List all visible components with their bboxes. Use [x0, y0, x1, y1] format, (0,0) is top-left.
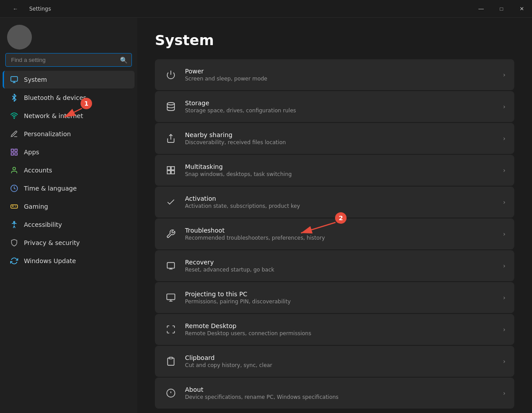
- app-container: 🔍 System Bluetooth & devices Network & i…: [0, 18, 532, 413]
- sidebar-item-time[interactable]: Time & language: [3, 180, 135, 197]
- settings-text-recovery: Recovery Reset, advanced startup, go bac…: [185, 259, 497, 273]
- settings-icon-projecting: [164, 291, 178, 305]
- settings-title-about: About: [185, 386, 497, 393]
- settings-text-clipboard: Clipboard Cut and copy history, sync, cl…: [185, 354, 497, 368]
- svg-rect-4: [11, 153, 13, 155]
- chevron-icon-troubleshoot: ›: [503, 230, 505, 237]
- settings-subtitle-projecting: Permissions, pairing PIN, discoverabilit…: [185, 298, 497, 305]
- settings-icon-recovery: [164, 259, 178, 273]
- settings-text-power: Power Screen and sleep, power mode: [185, 68, 497, 82]
- settings-text-troubleshoot: Troubleshoot Recommended troubleshooters…: [185, 227, 497, 241]
- settings-subtitle-activation: Activation state, subscriptions, product…: [185, 203, 497, 209]
- chevron-icon-projecting: ›: [503, 294, 505, 301]
- settings-icon-nearby-sharing: [164, 131, 178, 145]
- search-container: 🔍: [5, 53, 132, 67]
- main-content: System Power Screen and sleep, power mod…: [137, 18, 532, 413]
- svg-rect-14: [171, 167, 174, 170]
- nav-icon-accessibility: [10, 220, 19, 229]
- nav-icon-bluetooth: [10, 93, 19, 102]
- settings-item-projecting[interactable]: Projecting to this PC Permissions, pairi…: [155, 282, 514, 313]
- nav-label-personalization: Personalization: [24, 130, 71, 138]
- sidebar-item-network[interactable]: Network & internet: [3, 107, 135, 125]
- nav-label-privacy: Privacy & security: [24, 239, 80, 246]
- nav-label-network: Network & internet: [24, 112, 83, 119]
- nav-label-gaming: Gaming: [24, 203, 48, 210]
- nav-label-bluetooth: Bluetooth & devices: [24, 94, 86, 101]
- settings-text-multitasking: Multitasking Snap windows, desktops, tas…: [185, 163, 497, 177]
- settings-subtitle-about: Device specifications, rename PC, Window…: [185, 394, 497, 400]
- settings-icon-multitasking: [164, 163, 178, 177]
- settings-subtitle-remote-desktop: Remote Desktop users, connection permiss…: [185, 330, 497, 337]
- sidebar-item-bluetooth[interactable]: Bluetooth & devices: [3, 89, 135, 107]
- settings-text-storage: Storage Storage space, drives, configura…: [185, 99, 497, 114]
- sidebar-item-privacy[interactable]: Privacy & security: [3, 234, 135, 252]
- settings-subtitle-nearby-sharing: Discoverability, received files location: [185, 139, 497, 145]
- svg-point-9: [14, 222, 15, 223]
- close-button[interactable]: ✕: [512, 0, 532, 18]
- nav-icon-apps: [10, 148, 19, 157]
- settings-title-multitasking: Multitasking: [185, 163, 497, 170]
- settings-text-remote-desktop: Remote Desktop Remote Desktop users, con…: [185, 322, 497, 337]
- nav-icon-privacy: [10, 238, 19, 247]
- settings-icon-storage: [164, 99, 178, 114]
- settings-subtitle-troubleshoot: Recommended troubleshooters, preferences…: [185, 235, 497, 241]
- chevron-icon-nearby-sharing: ›: [503, 135, 505, 142]
- maximize-button[interactable]: □: [491, 0, 512, 18]
- settings-item-troubleshoot[interactable]: Troubleshoot Recommended troubleshooters…: [155, 218, 514, 249]
- svg-rect-16: [171, 171, 174, 174]
- settings-list: Power Screen and sleep, power mode › Sto…: [155, 59, 514, 409]
- chevron-icon-about: ›: [503, 390, 505, 397]
- settings-subtitle-clipboard: Cut and copy history, sync, clear: [185, 362, 497, 368]
- settings-item-nearby-sharing[interactable]: Nearby sharing Discoverability, received…: [155, 123, 514, 154]
- nav-icon-system: [10, 75, 19, 84]
- svg-rect-15: [167, 171, 170, 174]
- nav-icon-update: [10, 256, 19, 265]
- nav-icon-personalization: [10, 130, 19, 138]
- settings-subtitle-power: Screen and sleep, power mode: [185, 76, 497, 82]
- nav-icon-time: [10, 184, 19, 193]
- settings-item-about[interactable]: About Device specifications, rename PC, …: [155, 378, 514, 409]
- nav-label-accounts: Accounts: [24, 167, 52, 174]
- svg-point-1: [14, 118, 15, 119]
- svg-rect-13: [167, 167, 170, 170]
- settings-icon-about: [164, 386, 178, 400]
- search-icon: 🔍: [120, 57, 127, 64]
- settings-subtitle-recovery: Reset, advanced startup, go back: [185, 267, 497, 273]
- sidebar-item-accounts[interactable]: Accounts: [3, 161, 135, 179]
- svg-rect-18: [167, 294, 175, 300]
- settings-icon-remote-desktop: [164, 322, 178, 337]
- sidebar-item-system[interactable]: System: [3, 71, 135, 88]
- back-button[interactable]: ←: [5, 0, 26, 18]
- settings-item-remote-desktop[interactable]: Remote Desktop Remote Desktop users, con…: [155, 314, 514, 345]
- sidebar-item-gaming[interactable]: Gaming: [3, 198, 135, 215]
- titlebar-title: Settings: [29, 6, 51, 12]
- sidebar-item-apps[interactable]: Apps: [3, 143, 135, 161]
- settings-item-multitasking[interactable]: Multitasking Snap windows, desktops, tas…: [155, 155, 514, 186]
- settings-item-recovery[interactable]: Recovery Reset, advanced startup, go bac…: [155, 250, 514, 281]
- settings-item-storage[interactable]: Storage Storage space, drives, configura…: [155, 91, 514, 122]
- svg-rect-8: [11, 205, 18, 208]
- search-input[interactable]: [5, 53, 132, 67]
- svg-rect-0: [11, 76, 18, 81]
- sidebar-item-update[interactable]: Windows Update: [3, 252, 135, 270]
- settings-title-storage: Storage: [185, 99, 497, 107]
- svg-point-6: [13, 167, 15, 170]
- settings-title-power: Power: [185, 68, 497, 75]
- sidebar-item-accessibility[interactable]: Accessibility: [3, 216, 135, 233]
- nav-label-apps: Apps: [24, 149, 39, 156]
- settings-title-clipboard: Clipboard: [185, 354, 497, 361]
- settings-item-power[interactable]: Power Screen and sleep, power mode ›: [155, 59, 514, 90]
- settings-item-activation[interactable]: Activation Activation state, subscriptio…: [155, 187, 514, 218]
- nav-icon-network: [10, 111, 19, 120]
- minimize-button[interactable]: —: [471, 0, 491, 18]
- avatar: [7, 25, 32, 50]
- settings-icon-power: [164, 68, 178, 82]
- svg-rect-5: [15, 153, 17, 155]
- sidebar: 🔍 System Bluetooth & devices Network & i…: [0, 18, 137, 413]
- svg-rect-19: [169, 357, 172, 359]
- sidebar-item-personalization[interactable]: Personalization: [3, 125, 135, 143]
- chevron-icon-remote-desktop: ›: [503, 326, 505, 333]
- nav-label-accessibility: Accessibility: [24, 221, 62, 228]
- settings-item-clipboard[interactable]: Clipboard Cut and copy history, sync, cl…: [155, 346, 514, 377]
- svg-point-11: [167, 103, 175, 105]
